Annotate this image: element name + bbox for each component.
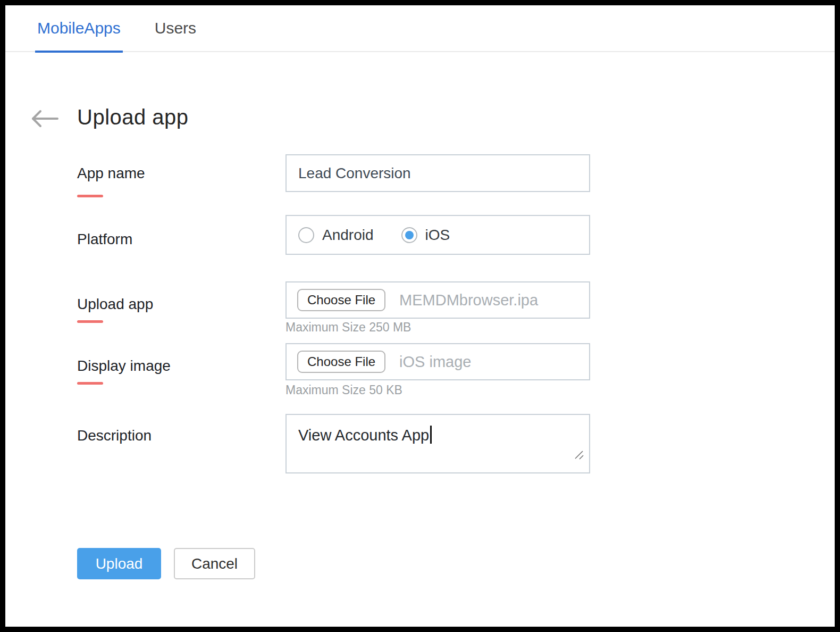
resize-handle-icon[interactable] bbox=[573, 449, 585, 461]
display-image-choose-file-button[interactable]: Choose File bbox=[297, 351, 385, 373]
app-name-required-marker bbox=[77, 195, 103, 197]
text-caret bbox=[430, 426, 432, 444]
upload-app-choose-file-button[interactable]: Choose File bbox=[297, 289, 385, 311]
description-label: Description bbox=[77, 427, 152, 444]
platform-android-label: Android bbox=[322, 227, 374, 244]
platform-radio-ios[interactable]: iOS bbox=[401, 227, 450, 244]
platform-field: Android iOS bbox=[285, 215, 590, 255]
upload-app-file-field[interactable]: Choose File MEMDMbrowser.ipa bbox=[285, 281, 590, 319]
display-image-size-hint: Maximum Size 50 KB bbox=[285, 383, 402, 397]
platform-ios-label: iOS bbox=[425, 227, 450, 244]
radio-selected-icon bbox=[401, 227, 417, 243]
tab-users-label: Users bbox=[155, 19, 196, 37]
description-textarea[interactable]: View Accounts App bbox=[285, 414, 590, 473]
page-title: Upload app bbox=[77, 105, 189, 129]
tab-mobileapps-label: MobileApps bbox=[37, 19, 121, 37]
back-button[interactable] bbox=[31, 107, 58, 130]
upload-app-required-marker bbox=[77, 320, 103, 323]
upload-app-label: Upload app bbox=[77, 296, 153, 313]
tab-mobileapps[interactable]: MobileApps bbox=[35, 5, 123, 52]
display-image-label: Display image bbox=[77, 357, 171, 375]
app-name-label: App name bbox=[77, 165, 145, 182]
cancel-button[interactable]: Cancel bbox=[174, 548, 255, 579]
display-image-required-marker bbox=[77, 382, 103, 385]
upload-app-placeholder: MEMDMbrowser.ipa bbox=[399, 292, 538, 309]
radio-unselected-icon bbox=[298, 227, 314, 243]
tab-users[interactable]: Users bbox=[153, 5, 198, 52]
description-text: View Accounts App bbox=[298, 427, 429, 444]
upload-app-size-hint: Maximum Size 250 MB bbox=[285, 320, 411, 335]
display-image-file-field[interactable]: Choose File iOS image bbox=[285, 343, 590, 380]
platform-radio-android[interactable]: Android bbox=[298, 227, 374, 244]
upload-button[interactable]: Upload bbox=[77, 548, 161, 579]
arrow-left-icon bbox=[31, 110, 58, 128]
display-image-placeholder: iOS image bbox=[399, 353, 471, 371]
app-name-input[interactable] bbox=[285, 154, 590, 192]
platform-label: Platform bbox=[77, 231, 132, 248]
tab-bar: MobileApps Users bbox=[5, 5, 835, 52]
upload-app-page: MobileApps Users Upload app App name Pla… bbox=[5, 5, 835, 627]
